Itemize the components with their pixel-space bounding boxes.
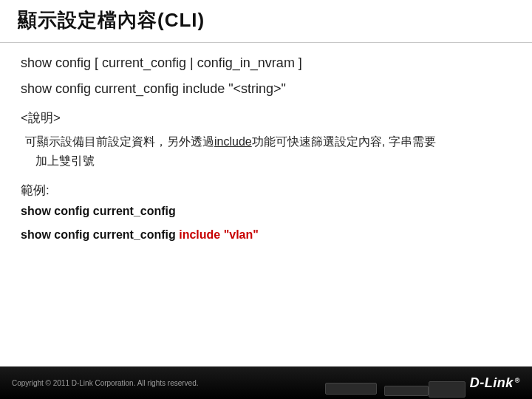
example-1: show config current_config (21, 205, 511, 218)
example-2-prefix: show config current_config (21, 228, 179, 241)
example-label: 範例: (21, 182, 511, 199)
content-area: show config [ current_config | config_in… (0, 43, 532, 399)
description-text: 可顯示設備目前設定資料，另外透過include功能可快速篩選設定內容, 字串需要… (25, 132, 511, 170)
desc-line2: 加上雙引號 (35, 151, 511, 171)
footer-decoration (303, 366, 466, 399)
example-2-highlight: include "vlan" (179, 228, 259, 241)
slide-title: 顯示設定檔內容(CLI) (18, 7, 514, 33)
syntax-line-1: show config [ current_config | config_in… (21, 53, 511, 73)
slide: 顯示設定檔內容(CLI) show config [ current_confi… (0, 0, 532, 399)
section-label-description: <說明> (21, 109, 511, 126)
desc-suffix: 功能可快速篩選設定內容, 字串需要 (252, 135, 436, 148)
title-bar: 顯示設定檔內容(CLI) (0, 0, 532, 43)
logo-text: D-Link (470, 375, 514, 391)
copyright-text: Copyright © 2011 D-Link Corporation. All… (12, 379, 199, 387)
example-2: show config current_config include "vlan… (21, 228, 511, 242)
syntax-line-2: show config current_config include "<str… (21, 79, 511, 99)
desc-underlined: include (214, 135, 252, 148)
logo-registered-icon: ® (515, 377, 520, 384)
desc-prefix: 可顯示設備目前設定資料，另外透過 (25, 135, 214, 148)
dlink-logo: D-Link® (470, 375, 520, 391)
footer-bar: Copyright © 2011 D-Link Corporation. All… (0, 366, 532, 399)
